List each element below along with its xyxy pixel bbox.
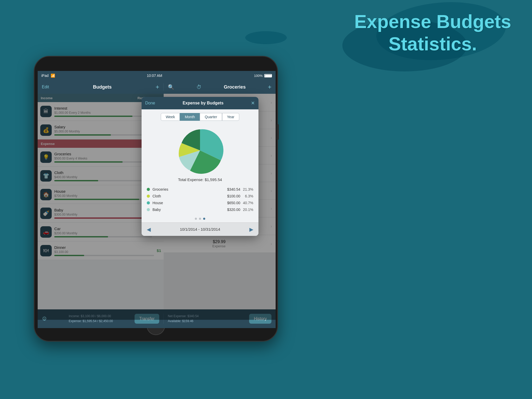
page-indicators [142,216,258,222]
budgets-title: Budgets [93,84,112,90]
page-dot-3 [203,218,205,220]
nav-bar: Edit Budgets + 🔍 ⏱ Groceries + [38,80,276,94]
legend-name-cloth: Cloth [152,194,220,198]
modal-tabs: Week Month Quarter Year [142,109,258,123]
status-bar: iPad 📶 10:07 AM 100% [38,71,276,80]
ipad-screen: iPad 📶 10:07 AM 100% Edit Budgets + 🔍 ⏱ … [38,71,276,328]
legend-pct-groceries: 21.3% [240,187,253,191]
page-dot-2 [199,218,201,220]
legend-amount-cloth: $100.00 [220,194,240,198]
expense-by-budgets-modal: Done Expense by Budgets ✕ Week Month Qua… [142,97,258,236]
tab-year[interactable]: Year [222,113,239,121]
legend-dot-house [147,201,150,204]
search-icon[interactable]: 🔍 [168,84,174,90]
legend-name-house: House [152,201,220,205]
legend-pct-house: 40.7% [240,201,253,205]
modal-close-button[interactable]: ✕ [251,100,255,106]
legend-amount-baby: $320.00 [220,208,240,212]
legend-item-groceries: Groceries $340.54 21.3% [147,186,253,193]
status-left: iPad 📶 [41,74,55,78]
modal-header: Done Expense by Budgets ✕ [142,97,258,109]
tab-quarter[interactable]: Quarter [200,113,222,121]
date-range-label: 10/1/2014 - 10/31/2014 [180,227,220,231]
legend-item-baby: Baby $320.00 20.1% [147,206,253,213]
date-next-button[interactable]: ▶ [249,226,253,232]
battery-pct: 100% [254,74,263,78]
date-navigation: ◀ 10/1/2014 - 10/31/2014 ▶ [142,222,258,236]
tab-month[interactable]: Month [180,113,200,121]
legend-pct-baby: 20.1% [240,208,253,212]
legend-dot-cloth [147,195,150,198]
legend-item-cloth: Cloth $100.00 6.3% [147,193,253,200]
legend-amount-groceries: $340.54 [220,187,240,191]
nav-right: 🔍 ⏱ Groceries + [164,83,276,91]
page-dot-1 [195,218,197,220]
app-title: Expense Budgets Statistics. [354,10,511,55]
pie-chart [177,127,223,174]
battery-bar [264,74,272,77]
legend-dot-groceries [147,188,150,191]
legend-dot-baby [147,208,150,211]
add-budget-button[interactable]: + [156,83,159,91]
status-right: 100% [254,74,272,78]
edit-button[interactable]: Edit [42,85,49,89]
date-prev-button[interactable]: ◀ [147,226,151,232]
wifi-icon: 📶 [51,74,55,78]
battery-fill [265,75,272,77]
modal-done-button[interactable]: Done [145,101,155,105]
add-grocery-button[interactable]: + [268,83,271,91]
groceries-title: Groceries [224,84,246,90]
device-label: iPad [41,74,49,78]
ipad-side-button [277,124,279,140]
legend: Groceries $340.54 21.3% Cloth $100.00 6.… [142,185,258,216]
legend-name-groceries: Groceries [152,187,220,191]
status-time: 10:07 AM [147,74,162,78]
modal-title: Expense by Budgets [183,101,223,105]
legend-amount-house: $650.00 [220,201,240,205]
legend-name-baby: Baby [152,208,220,212]
legend-item-house: House $650.00 40.7% [147,200,253,206]
pie-chart-container [142,123,258,176]
tab-week[interactable]: Week [161,113,180,121]
ipad-frame: iPad 📶 10:07 AM 100% Edit Budgets + 🔍 ⏱ … [34,56,278,342]
legend-pct-cloth: 6.3% [240,194,253,198]
nav-left: Edit Budgets + [38,83,164,91]
total-expense-label: Total Expense: $1,595.54 [142,176,258,185]
timer-icon[interactable]: ⏱ [196,84,202,90]
